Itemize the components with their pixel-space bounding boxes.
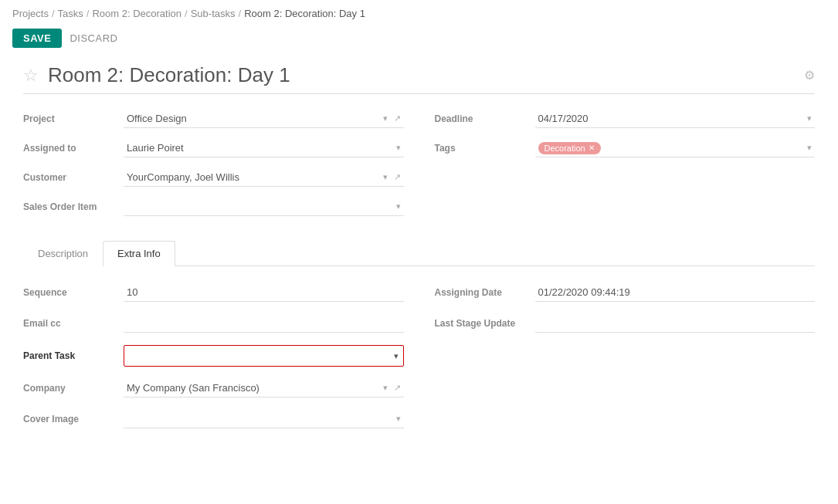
settings-icon[interactable]: ⚙ bbox=[804, 68, 815, 83]
cover-image-row: Cover Image ▾ bbox=[23, 408, 404, 430]
sales-order-label: Sales Order Item bbox=[23, 201, 124, 212]
breadcrumb-current: Room 2: Decoration: Day 1 bbox=[244, 8, 365, 19]
company-row: Company My Company (San Francisco) ▾ ↗ bbox=[23, 377, 404, 399]
breadcrumb-subtasks[interactable]: Sub-tasks bbox=[191, 8, 236, 19]
save-button[interactable]: SAVE bbox=[12, 29, 62, 48]
project-dropdown-icon[interactable]: ▾ bbox=[383, 113, 388, 123]
assigning-date-value: 01/22/2020 09:44:19 bbox=[538, 286, 630, 298]
star-icon[interactable]: ☆ bbox=[23, 66, 39, 86]
customer-value: YourCompany, Joel Willis bbox=[127, 171, 239, 183]
assigning-date-row: Assigning Date 01/22/2020 09:44:19 bbox=[435, 282, 816, 303]
tabs-row: Description Extra Info bbox=[23, 241, 815, 266]
form-left-col: Project Office Design ▾ ↗ Assigned to La… bbox=[23, 108, 404, 225]
task-title: Room 2: Decoration: Day 1 bbox=[48, 63, 290, 87]
email-cc-row: Email cc bbox=[23, 313, 404, 334]
project-label: Project bbox=[23, 113, 124, 124]
last-stage-update-row: Last Stage Update bbox=[435, 313, 816, 334]
deadline-field[interactable]: 04/17/2020 ▾ bbox=[535, 110, 816, 128]
sequence-value: 10 bbox=[127, 286, 137, 298]
sales-order-dropdown-icon[interactable]: ▾ bbox=[396, 201, 401, 211]
customer-label: Customer bbox=[23, 172, 124, 183]
project-value: Office Design bbox=[127, 113, 187, 124]
extra-info-section: Sequence 10 Email cc Parent Task ▾ bbox=[23, 266, 815, 447]
main-card: ☆ Room 2: Decoration: Day 1 ⚙ Project Of… bbox=[8, 56, 830, 462]
assigned-to-label: Assigned to bbox=[23, 143, 124, 154]
deadline-label: Deadline bbox=[435, 113, 535, 124]
discard-button[interactable]: DISCARD bbox=[70, 32, 117, 44]
assigned-to-field[interactable]: Laurie Poiret ▾ bbox=[124, 139, 404, 157]
project-row: Project Office Design ▾ ↗ bbox=[23, 108, 404, 130]
project-field[interactable]: Office Design ▾ ↗ bbox=[124, 110, 404, 128]
form-right-col: Deadline 04/17/2020 ▾ Tags Decoration ✕ … bbox=[435, 108, 816, 225]
extra-left-col: Sequence 10 Email cc Parent Task ▾ bbox=[23, 282, 404, 439]
tags-label: Tags bbox=[435, 143, 535, 154]
customer-dropdown-icon[interactable]: ▾ bbox=[383, 172, 388, 182]
breadcrumb-room2-decoration[interactable]: Room 2: Decoration bbox=[92, 8, 182, 19]
company-field[interactable]: My Company (San Francisco) ▾ ↗ bbox=[124, 379, 404, 397]
breadcrumb-sep-2: / bbox=[87, 8, 90, 19]
last-stage-update-field bbox=[535, 314, 816, 333]
customer-extlink-icon[interactable]: ↗ bbox=[394, 172, 401, 182]
tag-decoration-text: Decoration bbox=[545, 144, 585, 153]
assigning-date-field: 01/22/2020 09:44:19 bbox=[535, 283, 816, 302]
sales-order-field[interactable]: ▾ bbox=[124, 198, 404, 216]
deadline-dropdown-icon[interactable]: ▾ bbox=[807, 113, 812, 123]
deadline-value: 04/17/2020 bbox=[538, 113, 589, 124]
cover-image-label: Cover Image bbox=[23, 414, 124, 425]
assigning-date-label: Assigning Date bbox=[435, 287, 535, 298]
tag-remove-icon[interactable]: ✕ bbox=[589, 144, 595, 152]
project-extlink-icon[interactable]: ↗ bbox=[394, 113, 401, 123]
parent-task-label: Parent Task bbox=[23, 350, 124, 361]
breadcrumb: Projects / Tasks / Room 2: Decoration / … bbox=[0, 0, 838, 24]
customer-field[interactable]: YourCompany, Joel Willis ▾ ↗ bbox=[124, 168, 404, 187]
toolbar: SAVE DISCARD bbox=[0, 24, 838, 56]
company-value: My Company (San Francisco) bbox=[127, 382, 260, 394]
parent-task-field[interactable]: ▾ bbox=[124, 345, 404, 367]
cover-image-field[interactable]: ▾ bbox=[124, 410, 404, 428]
tags-field[interactable]: Decoration ✕ ▾ bbox=[535, 139, 816, 157]
assigned-to-value: Laurie Poiret bbox=[127, 142, 184, 154]
sequence-label: Sequence bbox=[23, 287, 124, 298]
project-controls: ▾ ↗ bbox=[383, 113, 401, 123]
sales-order-row: Sales Order Item ▾ bbox=[23, 196, 404, 218]
breadcrumb-sep-1: / bbox=[52, 8, 55, 19]
breadcrumb-sep-4: / bbox=[239, 8, 242, 19]
customer-controls: ▾ ↗ bbox=[383, 172, 401, 182]
company-dropdown-icon[interactable]: ▾ bbox=[383, 383, 388, 393]
breadcrumb-tasks[interactable]: Tasks bbox=[58, 8, 83, 19]
title-row: ☆ Room 2: Decoration: Day 1 ⚙ bbox=[23, 63, 815, 94]
email-cc-label: Email cc bbox=[23, 318, 124, 329]
tag-decoration: Decoration ✕ bbox=[538, 142, 601, 154]
assigned-to-dropdown-icon[interactable]: ▾ bbox=[396, 143, 401, 153]
tags-dropdown-icon[interactable]: ▾ bbox=[807, 143, 812, 153]
parent-task-dropdown-icon[interactable]: ▾ bbox=[394, 351, 399, 361]
assigned-to-row: Assigned to Laurie Poiret ▾ bbox=[23, 137, 404, 159]
tab-description[interactable]: Description bbox=[23, 241, 103, 266]
tags-row: Tags Decoration ✕ ▾ bbox=[435, 137, 816, 159]
company-label: Company bbox=[23, 383, 124, 394]
breadcrumb-sep-3: / bbox=[185, 8, 188, 19]
last-stage-update-label: Last Stage Update bbox=[435, 318, 535, 329]
tab-extra-info[interactable]: Extra Info bbox=[103, 241, 175, 266]
sequence-field[interactable]: 10 bbox=[124, 283, 404, 302]
deadline-row: Deadline 04/17/2020 ▾ bbox=[435, 108, 816, 130]
sequence-row: Sequence 10 bbox=[23, 282, 404, 303]
breadcrumb-projects[interactable]: Projects bbox=[12, 8, 49, 19]
email-cc-field[interactable] bbox=[124, 314, 404, 333]
company-extlink-icon[interactable]: ↗ bbox=[394, 383, 401, 393]
customer-row: Customer YourCompany, Joel Willis ▾ ↗ bbox=[23, 167, 404, 188]
cover-image-dropdown-icon[interactable]: ▾ bbox=[396, 414, 401, 424]
extra-right-col: Assigning Date 01/22/2020 09:44:19 Last … bbox=[435, 282, 816, 439]
form-section: Project Office Design ▾ ↗ Assigned to La… bbox=[23, 108, 815, 225]
company-controls: ▾ ↗ bbox=[383, 383, 401, 393]
parent-task-row: Parent Task ▾ bbox=[23, 343, 404, 368]
